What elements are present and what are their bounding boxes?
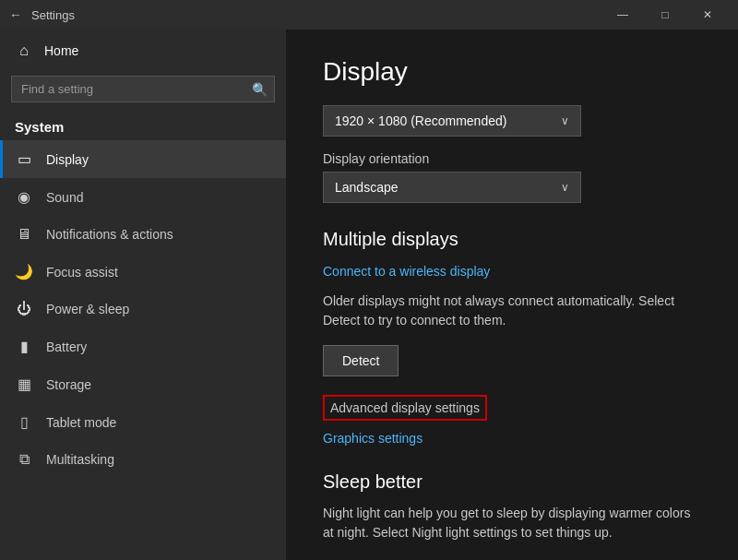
battery-icon: ▮	[15, 338, 33, 355]
sidebar-item-battery[interactable]: ▮ Battery	[0, 328, 286, 365]
sidebar-item-label: Multitasking	[46, 452, 114, 467]
sound-icon: ◉	[15, 188, 33, 206]
titlebar: ← Settings — □ ✕	[0, 0, 738, 30]
sleep-description: Night light can help you get to sleep by…	[323, 504, 701, 542]
sidebar-home-label: Home	[44, 43, 78, 58]
sidebar-section-title: System	[0, 112, 286, 140]
sidebar-item-label: Notifications & actions	[46, 227, 173, 242]
sidebar-item-label: Display	[46, 152, 89, 167]
sidebar-item-label: Storage	[46, 377, 91, 392]
multiple-displays-description: Older displays might not always connect …	[323, 292, 701, 330]
advanced-display-settings-link[interactable]: Advanced display settings	[323, 395, 487, 421]
sidebar-item-sound[interactable]: ◉ Sound	[0, 178, 286, 216]
sidebar-item-power[interactable]: ⏻ Power & sleep	[0, 291, 286, 328]
sidebar-item-display[interactable]: ▭ Display	[0, 140, 286, 178]
close-button[interactable]: ✕	[686, 0, 729, 30]
power-icon: ⏻	[15, 301, 33, 317]
sidebar-item-tablet[interactable]: ▯ Tablet mode	[0, 403, 286, 441]
sidebar-item-label: Power & sleep	[46, 302, 129, 316]
back-button[interactable]: ←	[9, 7, 22, 22]
sidebar: ⌂ Home 🔍 System ▭ Display ◉ Sound 🖥 Noti…	[0, 30, 286, 560]
sidebar-item-label: Battery	[46, 340, 87, 354]
notifications-icon: 🖥	[15, 226, 33, 243]
sidebar-item-label: Tablet mode	[46, 415, 116, 430]
content-area: Display 1920 × 1080 (Recommended) ∨ Disp…	[286, 30, 738, 560]
sidebar-item-focus[interactable]: 🌙 Focus assist	[0, 253, 286, 291]
multiple-displays-heading: Multiple displays	[323, 229, 701, 250]
home-icon: ⌂	[15, 42, 33, 59]
orientation-container: Landscape ∨	[323, 172, 701, 203]
wireless-display-link[interactable]: Connect to a wireless display	[323, 264, 490, 279]
multitasking-icon: ⧉	[15, 451, 33, 468]
orientation-value: Landscape	[335, 180, 399, 195]
resolution-container: 1920 × 1080 (Recommended) ∨	[323, 105, 701, 137]
dropdown-arrow-icon: ∨	[561, 114, 569, 127]
sleep-heading: Sleep better	[323, 471, 701, 493]
focus-icon: 🌙	[15, 263, 33, 280]
main-layout: ⌂ Home 🔍 System ▭ Display ◉ Sound 🖥 Noti…	[0, 30, 738, 560]
sidebar-item-storage[interactable]: ▦ Storage	[0, 365, 286, 403]
search-icon: 🔍	[252, 82, 268, 97]
sidebar-item-home[interactable]: ⌂ Home	[0, 30, 286, 72]
orientation-label: Display orientation	[323, 151, 701, 166]
sidebar-item-notifications[interactable]: 🖥 Notifications & actions	[0, 216, 286, 253]
storage-icon: ▦	[15, 375, 33, 393]
orientation-dropdown[interactable]: Landscape ∨	[323, 172, 581, 203]
tablet-icon: ▯	[15, 413, 33, 431]
sidebar-item-multitasking[interactable]: ⧉ Multitasking	[0, 441, 286, 478]
sidebar-item-label: Sound	[46, 190, 83, 205]
sidebar-search-container: 🔍	[11, 76, 275, 102]
sidebar-item-label: Focus assist	[46, 265, 118, 280]
search-input[interactable]	[11, 76, 275, 102]
titlebar-title: Settings	[31, 8, 601, 22]
dropdown-arrow-icon2: ∨	[561, 181, 569, 194]
resolution-value: 1920 × 1080 (Recommended)	[335, 113, 506, 128]
detect-button[interactable]: Detect	[323, 345, 399, 376]
resolution-dropdown[interactable]: 1920 × 1080 (Recommended) ∨	[323, 105, 581, 137]
display-icon: ▭	[15, 150, 33, 168]
maximize-button[interactable]: □	[644, 0, 686, 30]
graphics-settings-link[interactable]: Graphics settings	[323, 431, 423, 446]
window-controls: — □ ✕	[601, 0, 729, 30]
page-title: Display	[323, 57, 701, 87]
minimize-button[interactable]: —	[601, 0, 644, 30]
